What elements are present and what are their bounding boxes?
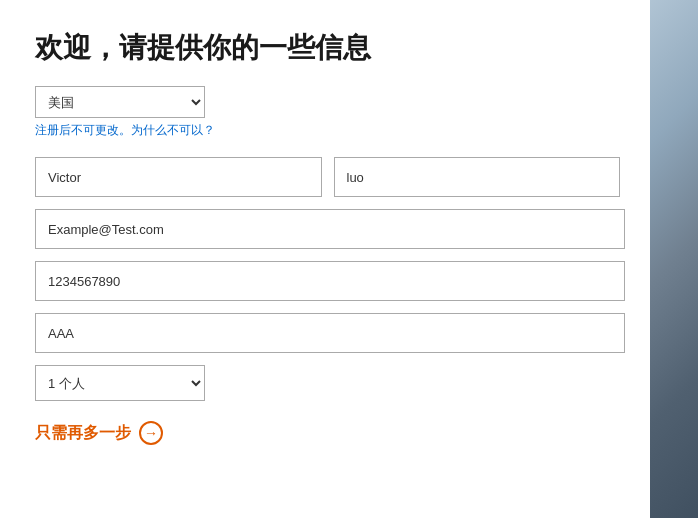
- next-step-arrow-icon: →: [139, 421, 163, 445]
- company-input[interactable]: [35, 313, 625, 353]
- country-row: 美国 中国 日本 英国: [35, 86, 620, 118]
- next-step-label: 只需再多一步: [35, 423, 131, 444]
- country-select[interactable]: 美国 中国 日本 英国: [35, 86, 205, 118]
- last-name-input[interactable]: [334, 157, 621, 197]
- company-row: [35, 313, 620, 353]
- form-section: 欢迎，请提供你的一些信息 美国 中国 日本 英国 注册后不可更改。为什么不可以？: [0, 0, 650, 518]
- right-decoration: [650, 0, 698, 518]
- people-select[interactable]: 1 个人 2-10 人 11-50 人 51-200 人 200+ 人: [35, 365, 205, 401]
- next-step-link[interactable]: 只需再多一步 →: [35, 421, 163, 445]
- page-title: 欢迎，请提供你的一些信息: [35, 30, 620, 66]
- country-note[interactable]: 注册后不可更改。为什么不可以？: [35, 122, 620, 139]
- people-row: 1 个人 2-10 人 11-50 人 51-200 人 200+ 人: [35, 365, 620, 401]
- main-container: 欢迎，请提供你的一些信息 美国 中国 日本 英国 注册后不可更改。为什么不可以？: [0, 0, 698, 518]
- name-row: [35, 157, 620, 197]
- email-row: [35, 209, 620, 249]
- phone-input[interactable]: [35, 261, 625, 301]
- email-input[interactable]: [35, 209, 625, 249]
- phone-row: [35, 261, 620, 301]
- first-name-input[interactable]: [35, 157, 322, 197]
